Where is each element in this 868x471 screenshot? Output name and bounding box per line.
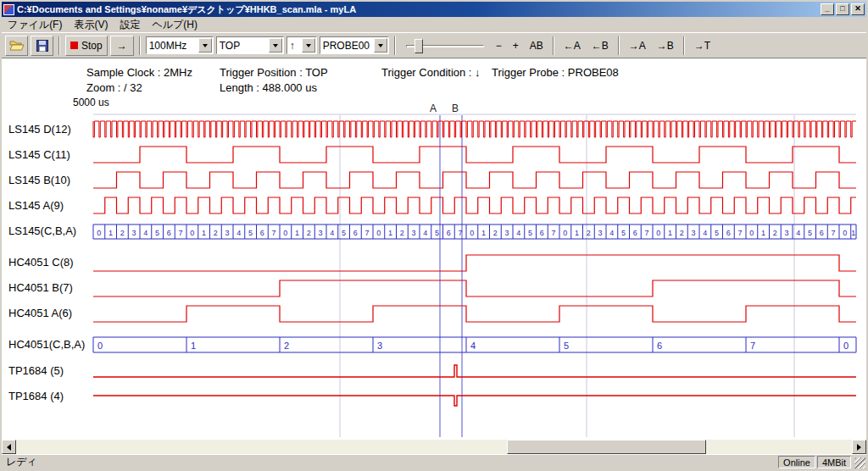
svg-text:5: 5 [248, 229, 253, 237]
svg-text:1: 1 [295, 229, 299, 237]
svg-text:0: 0 [190, 229, 194, 237]
svg-text:4: 4 [796, 229, 800, 237]
channel-label: HC4051 C(8) [8, 256, 74, 269]
zoom-info: Zoom : / 32 [86, 81, 142, 94]
svg-text:4: 4 [330, 229, 334, 237]
timebase-label: 5000 us [73, 97, 109, 108]
svg-text:7: 7 [552, 229, 556, 237]
trigger-position-info: Trigger Position : TOP [220, 66, 328, 79]
svg-text:0: 0 [97, 229, 101, 237]
svg-text:4: 4 [703, 229, 707, 237]
channel-label: HC4051(C,B,A) [8, 338, 85, 351]
svg-text:6: 6 [820, 229, 824, 237]
svg-text:A: A [430, 103, 437, 114]
svg-text:1: 1 [481, 229, 486, 237]
sample-clock-info: Sample Clock : 2MHz [86, 66, 192, 79]
svg-text:5: 5 [564, 341, 569, 351]
svg-text:3: 3 [505, 229, 509, 237]
svg-text:6: 6 [633, 229, 637, 237]
svg-text:4: 4 [516, 229, 520, 237]
svg-text:5: 5 [528, 229, 532, 237]
channel-label: LS145 A(9) [8, 199, 64, 212]
svg-text:5: 5 [715, 229, 719, 237]
svg-text:5: 5 [435, 229, 439, 237]
svg-text:3: 3 [692, 229, 696, 237]
svg-text:0: 0 [283, 229, 287, 237]
svg-text:1: 1 [191, 341, 196, 351]
svg-text:2: 2 [120, 229, 125, 237]
svg-text:5: 5 [621, 229, 626, 237]
svg-text:3: 3 [377, 341, 382, 351]
svg-text:7: 7 [750, 341, 755, 351]
svg-text:0: 0 [843, 341, 849, 351]
svg-text:6: 6 [540, 229, 544, 237]
svg-text:1: 1 [388, 229, 392, 237]
channel-label: LS145(C,B,A) [8, 224, 76, 237]
svg-text:3: 3 [412, 229, 416, 237]
length-info: Length : 488.000 us [220, 81, 317, 94]
svg-text:4: 4 [423, 229, 427, 237]
svg-text:2: 2 [214, 229, 218, 237]
svg-text:0: 0 [749, 229, 754, 237]
svg-text:2: 2 [587, 229, 591, 237]
channel-label: TP1684 (4) [8, 390, 64, 402]
svg-text:4: 4 [609, 229, 614, 237]
svg-text:6: 6 [167, 229, 171, 237]
svg-text:5: 5 [808, 229, 812, 237]
svg-text:3: 3 [598, 229, 603, 237]
svg-text:4: 4 [143, 229, 147, 237]
svg-text:3: 3 [319, 229, 323, 237]
svg-text:2: 2 [400, 229, 404, 237]
svg-text:7: 7 [272, 229, 276, 237]
svg-text:0: 0 [656, 229, 660, 237]
svg-text:1: 1 [202, 229, 206, 237]
svg-text:4: 4 [470, 341, 476, 351]
svg-text:7: 7 [179, 229, 183, 237]
svg-text:6: 6 [260, 229, 264, 237]
svg-text:1: 1 [108, 229, 113, 237]
svg-text:1: 1 [851, 229, 855, 237]
svg-text:2: 2 [284, 341, 289, 351]
svg-text:6: 6 [353, 229, 358, 237]
svg-text:0: 0 [376, 229, 381, 237]
channel-label: LS145 D(12) [8, 123, 71, 136]
svg-text:6: 6 [447, 229, 451, 237]
trigger-condition-info: Trigger Condition : ↓ [381, 66, 481, 79]
app-window: C:¥Documents and Settings¥noname¥デスクトップ¥… [0, 0, 868, 471]
svg-text:2: 2 [680, 229, 684, 237]
channel-label: HC4051 B(7) [8, 281, 73, 294]
svg-text:1: 1 [575, 229, 579, 237]
svg-text:0: 0 [470, 229, 474, 237]
trigger-probe-info: Trigger Probe : PROBE08 [492, 66, 619, 79]
svg-text:0: 0 [843, 229, 847, 237]
svg-text:6: 6 [726, 229, 731, 237]
channel-label: LS145 B(10) [8, 174, 70, 186]
svg-text:0: 0 [563, 229, 567, 237]
svg-text:3: 3 [225, 229, 230, 237]
svg-text:2: 2 [307, 229, 311, 237]
svg-text:3: 3 [132, 229, 136, 237]
svg-text:7: 7 [832, 229, 836, 237]
svg-text:7: 7 [645, 229, 649, 237]
svg-text:4: 4 [236, 229, 241, 237]
channel-label: LS145 C(11) [8, 148, 70, 161]
svg-text:3: 3 [785, 229, 789, 237]
svg-text:2: 2 [773, 229, 777, 237]
svg-text:B: B [452, 103, 459, 114]
channel-label: TP1684 (5) [8, 364, 64, 377]
svg-text:7: 7 [459, 229, 463, 237]
svg-text:0: 0 [97, 341, 103, 351]
svg-text:6: 6 [657, 341, 662, 351]
svg-text:5: 5 [155, 229, 159, 237]
svg-text:2: 2 [493, 229, 498, 237]
svg-text:7: 7 [365, 229, 370, 237]
svg-text:7: 7 [738, 229, 743, 237]
svg-text:1: 1 [761, 229, 765, 237]
svg-text:1: 1 [668, 229, 672, 237]
channel-label: HC4051 A(6) [8, 307, 72, 319]
svg-text:5: 5 [342, 229, 346, 237]
